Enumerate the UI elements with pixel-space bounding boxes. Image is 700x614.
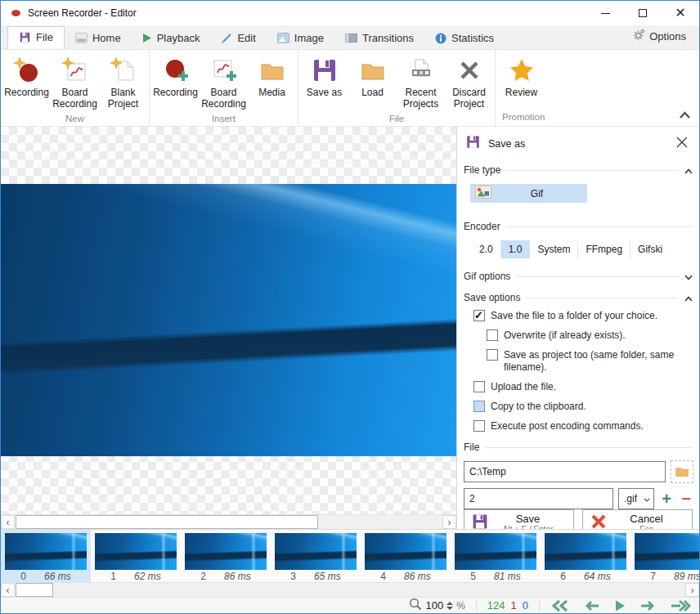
encoder-option-ffmpeg[interactable]: FFmpeg [577, 240, 630, 258]
gif-options-header[interactable]: Gif options [464, 269, 693, 284]
floppy-icon [471, 513, 489, 529]
play-button[interactable] [614, 599, 626, 612]
checkbox-icon [487, 349, 498, 361]
frame-thumbnail-5[interactable]: 581 ms [451, 530, 541, 582]
folder-path-input[interactable] [464, 461, 666, 482]
extension-select[interactable]: .gif [618, 488, 654, 509]
checkbox-post-commands[interactable]: Execute post encoding commands. [473, 420, 693, 432]
ribbon-group-label: Insert [151, 112, 296, 128]
encoder-option-system[interactable]: System [529, 240, 577, 258]
tab-playback[interactable]: Playback [132, 28, 211, 49]
folder-icon [358, 56, 388, 85]
review-button[interactable]: Review [497, 54, 545, 100]
insert-media-button[interactable]: Media [248, 54, 296, 100]
last-frame-button[interactable] [670, 599, 691, 612]
scroll-right-button[interactable]: › [442, 515, 456, 529]
button-label: Review [505, 87, 537, 98]
checkbox-save-to-folder[interactable]: Save the file to a folder of your choice… [473, 310, 693, 322]
decrement-filename-button[interactable]: − [679, 491, 693, 506]
tab-statistics[interactable]: Statistics [424, 28, 505, 49]
save-as-button[interactable]: Save as [300, 54, 348, 100]
tab-home[interactable]: Home [65, 28, 132, 49]
app-window: Screen Recorder - Editor ✕ File Home Pla… [0, 0, 700, 614]
new-recording-button[interactable]: Recording [2, 54, 51, 100]
checkbox-icon [473, 420, 485, 432]
first-frame-button[interactable] [550, 599, 570, 612]
filename-input[interactable] [464, 488, 613, 509]
save-button[interactable]: Save Alt + E / Enter [464, 509, 574, 529]
ribbon-group-label: Promotion [497, 110, 550, 126]
scroll-thumb[interactable] [16, 583, 53, 597]
options-button[interactable]: Options [626, 25, 693, 49]
load-button[interactable]: Load [348, 54, 397, 100]
gif-image-icon [475, 184, 491, 203]
increment-filename-button[interactable]: + [659, 491, 674, 506]
encoder-option-1-0[interactable]: 1.0 [500, 240, 530, 258]
encoder-options: 2.0 1.0 System FFmpeg Gifski [472, 240, 693, 258]
browse-folder-button[interactable] [671, 460, 693, 483]
file-type-header[interactable]: File type [464, 163, 693, 177]
tab-image[interactable]: Image [267, 28, 334, 49]
scroll-track[interactable] [15, 583, 685, 597]
frame-thumbnail-3[interactable]: 365 ms [271, 530, 361, 582]
window-title: Screen Recorder - Editor [28, 7, 137, 19]
checkbox-save-as-project[interactable]: Save as project too (same folder, same f… [487, 349, 693, 374]
tab-transitions[interactable]: Transitions [334, 28, 424, 49]
button-label: Load [361, 87, 384, 98]
checkbox-overwrite[interactable]: Overwrite (if already exists). [487, 329, 693, 342]
file-type-gif-button[interactable]: Gif [470, 184, 587, 203]
new-board-recording-button[interactable]: Board Recording [51, 54, 99, 112]
blank-project-button[interactable]: Blank Project [99, 54, 147, 112]
zoom-spinner[interactable] [446, 602, 453, 610]
insert-recording-button[interactable]: Recording [151, 54, 200, 100]
ribbon: Recording Board Recording Blank Project … [1, 50, 699, 127]
checkbox-copy-clipboard[interactable]: Copy to the clipboard. [473, 401, 693, 413]
frame-image [95, 533, 177, 570]
frame-thumbnail-6[interactable]: 664 ms [541, 530, 630, 582]
ribbon-group-label: File [300, 112, 493, 128]
save-options-header[interactable]: Save options [464, 290, 693, 305]
scroll-left-button[interactable]: ‹ [1, 515, 15, 529]
zoom-value[interactable]: 100 [425, 599, 443, 612]
checkbox-upload[interactable]: Upload the file. [473, 381, 693, 393]
frame-thumbnail-7[interactable]: 789 ms [630, 530, 699, 582]
cancel-button[interactable]: Cancel Esc [582, 509, 693, 529]
save-label: Save [516, 513, 541, 525]
scroll-track[interactable] [15, 515, 442, 529]
frame-image [185, 533, 267, 570]
panel-header: Save as [463, 127, 693, 159]
recent-projects-button[interactable]: Recent Projects [397, 54, 445, 112]
encoder-option-2-0[interactable]: 2.0 [472, 240, 500, 258]
extension-value: .gif [624, 493, 637, 504]
frame-thumbnail-4[interactable]: 486 ms [361, 530, 451, 582]
discard-project-button[interactable]: Discard Project [445, 54, 493, 112]
insert-board-recording-button[interactable]: Board Recording [200, 54, 248, 112]
panel-close-button[interactable] [673, 135, 691, 153]
frame-thumbnail-0[interactable]: 066 ms [1, 530, 91, 582]
ribbon-group-new: Recording Board Recording Blank Project … [1, 50, 150, 126]
title-bar: Screen Recorder - Editor ✕ [1, 1, 699, 25]
next-frame-button[interactable] [639, 599, 656, 612]
scroll-thumb[interactable] [16, 515, 318, 529]
tab-edit[interactable]: Edit [210, 28, 266, 49]
frames-horizontal-scrollbar: ‹ › [1, 582, 699, 597]
scroll-left-button[interactable]: ‹ [1, 583, 15, 597]
close-icon: ✕ [675, 7, 685, 20]
frame-thumbnail-1[interactable]: 162 ms [91, 530, 181, 582]
previous-frame-button[interactable] [584, 599, 600, 612]
minimize-button[interactable] [586, 1, 624, 25]
encoder-option-gifski[interactable]: Gifski [630, 240, 670, 258]
ribbon-tab-bar: File Home Playback Edit Image [1, 25, 699, 50]
close-button[interactable]: ✕ [662, 1, 699, 25]
frame-thumbnail-2[interactable]: 286 ms [181, 530, 271, 582]
maximize-button[interactable] [624, 1, 662, 25]
scroll-right-button[interactable]: › [685, 583, 699, 597]
tab-file[interactable]: File [7, 26, 65, 49]
file-type-selected-label: Gif [491, 188, 582, 199]
chevron-up-icon [684, 163, 693, 177]
frame-count-total: 124 [487, 599, 505, 612]
ribbon-collapse-button[interactable] [679, 107, 691, 122]
picture-icon [75, 33, 88, 43]
frame-image [275, 533, 357, 570]
floppy-icon [465, 134, 481, 153]
